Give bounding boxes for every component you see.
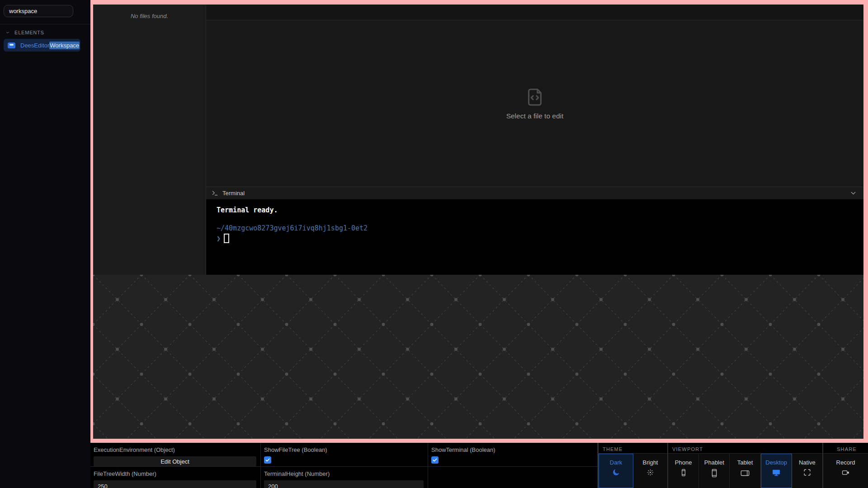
- viewport-desktop-label: Desktop: [765, 459, 787, 466]
- terminal-prompt-row: ❯: [217, 234, 863, 243]
- viewport-tablet-button[interactable]: Tablet: [730, 454, 760, 488]
- prop-execution-environment: ExecutionEnvironment (Object) Edit Objec…: [90, 443, 260, 467]
- fullscreen-brackets-icon: [803, 468, 811, 477]
- prop-column-3: ShowTerminal (Boolean): [428, 443, 598, 488]
- share-record-label: Record: [836, 459, 855, 466]
- viewport-phone-button[interactable]: Phone: [668, 454, 699, 488]
- prop-empty-cell: [428, 467, 597, 488]
- edit-object-button[interactable]: Edit Object: [94, 456, 256, 466]
- prop-column-1: ExecutionEnvironment (Object) Edit Objec…: [90, 443, 261, 488]
- dees-editor-workspace-demo: No files found. Select: [93, 5, 863, 439]
- editor-column: Select a file to edit Terminal Term: [206, 5, 863, 275]
- moon-icon: [612, 468, 620, 477]
- sun-icon: [646, 468, 655, 477]
- tablet-icon: [740, 468, 750, 478]
- search-match-highlight: Workspace: [49, 42, 80, 49]
- viewport-buttons: Phone Phablet Tabl: [668, 453, 822, 488]
- file-tree-width-input[interactable]: [94, 480, 256, 488]
- chevron-down-icon: [5, 30, 10, 35]
- prop-column-2: ShowFileTree (Boolean) TerminalHeight (N…: [261, 443, 428, 488]
- prop-show-file-tree: ShowFileTree (Boolean): [261, 443, 428, 467]
- file-tree-panel: No files found.: [93, 5, 206, 275]
- terminal-height-input[interactable]: [264, 480, 424, 488]
- viewport-phablet-button[interactable]: Phablet: [699, 454, 730, 488]
- checkmark-icon: [265, 457, 270, 463]
- share-section-header: SHARE: [823, 443, 868, 453]
- viewport-phone-label: Phone: [675, 459, 692, 466]
- terminal-collapse-chevron-icon[interactable]: [849, 189, 857, 197]
- show-terminal-checkbox[interactable]: [431, 456, 439, 464]
- phone-icon: [679, 468, 688, 477]
- sidebar-item-dees-editor-workspace[interactable]: DeesEditorWorkspace: [4, 39, 80, 52]
- demo-stage-frame: No files found. Select: [90, 0, 868, 443]
- viewport-native-button[interactable]: Native: [792, 454, 822, 488]
- prop-show-terminal: ShowTerminal (Boolean): [428, 443, 597, 467]
- share-buttons: Record: [823, 453, 868, 488]
- diamond-lattice-pattern: [93, 275, 863, 439]
- file-tree-empty-message: No files found.: [93, 13, 206, 19]
- elements-section-header[interactable]: ELEMENTS: [5, 29, 44, 36]
- viewport-tablet-label: Tablet: [737, 459, 753, 466]
- sidebar-divider: [0, 24, 90, 24]
- theme-section-header: THEME: [599, 443, 667, 453]
- prop-file-tree-width: FileTreeWidth (Number): [90, 467, 260, 488]
- stage-background-pattern: [93, 275, 863, 439]
- element-item-label: DeesEditorWorkspace: [20, 42, 80, 49]
- prop-label-show-terminal: ShowTerminal (Boolean): [431, 446, 593, 453]
- viewport-desktop-button[interactable]: Desktop: [761, 454, 792, 488]
- terminal-ready-line: Terminal ready.: [217, 206, 863, 214]
- file-code-icon: [524, 87, 545, 108]
- prop-terminal-height: TerminalHeight (Number): [261, 467, 428, 488]
- viewport-section: VIEWPORT Phone Phablet: [667, 443, 822, 488]
- terminal-title: Terminal: [222, 190, 245, 197]
- prop-label-terminal-height: TerminalHeight (Number): [264, 470, 424, 477]
- properties-panel: ExecutionEnvironment (Object) Edit Objec…: [90, 443, 868, 488]
- terminal-cwd-line: ~/40mzgcwo8273gvej6i7ivq8hj1sbg1-0et2: [217, 224, 863, 232]
- theme-bright-button[interactable]: Bright: [633, 454, 667, 488]
- theme-dark-button[interactable]: Dark: [599, 454, 633, 488]
- show-file-tree-checkbox[interactable]: [264, 456, 271, 464]
- terminal-prompt-char: ❯: [217, 235, 221, 243]
- prop-label-show-file-tree: ShowFileTree (Boolean): [264, 446, 424, 453]
- custom-element-icon: [8, 42, 15, 48]
- terminal-header[interactable]: Terminal: [206, 187, 863, 199]
- theme-buttons: Dark Bright: [599, 453, 667, 488]
- editor-placeholder-text: Select a file to edit: [506, 112, 564, 120]
- share-section: SHARE Record: [822, 443, 868, 488]
- editor-empty-state: Select a file to edit: [206, 20, 863, 187]
- phablet-icon: [709, 468, 719, 478]
- theme-dark-label: Dark: [610, 459, 622, 466]
- checkmark-icon: [432, 457, 438, 463]
- share-record-button[interactable]: Record: [823, 454, 868, 488]
- element-search-box[interactable]: [4, 5, 73, 17]
- element-search-input[interactable]: [4, 5, 73, 17]
- video-camera-icon: [841, 468, 850, 477]
- terminal-icon: [212, 190, 218, 197]
- desktop-icon: [772, 468, 781, 477]
- element-catalog-sidebar: ELEMENTS DeesEditorWorkspace: [0, 0, 90, 488]
- theme-bright-label: Bright: [643, 459, 658, 466]
- terminal-output[interactable]: Terminal ready. ~/40mzgcwo8273gvej6i7ivq…: [206, 199, 863, 275]
- editor-workspace-top-row: No files found. Select: [93, 5, 863, 275]
- prop-label-file-tree-width: FileTreeWidth (Number): [94, 470, 256, 477]
- elements-section-label: ELEMENTS: [14, 30, 44, 35]
- viewport-phablet-label: Phablet: [704, 459, 724, 466]
- viewport-native-label: Native: [799, 459, 816, 466]
- editor-tab-strip: [206, 5, 863, 20]
- prop-label-execution-environment: ExecutionEnvironment (Object): [94, 446, 256, 453]
- theme-section: THEME Dark Bright: [598, 443, 667, 488]
- app-root: ELEMENTS DeesEditorWorkspace No files fo…: [0, 0, 868, 488]
- viewport-section-header: VIEWPORT: [668, 443, 822, 453]
- terminal-cursor: [224, 234, 229, 243]
